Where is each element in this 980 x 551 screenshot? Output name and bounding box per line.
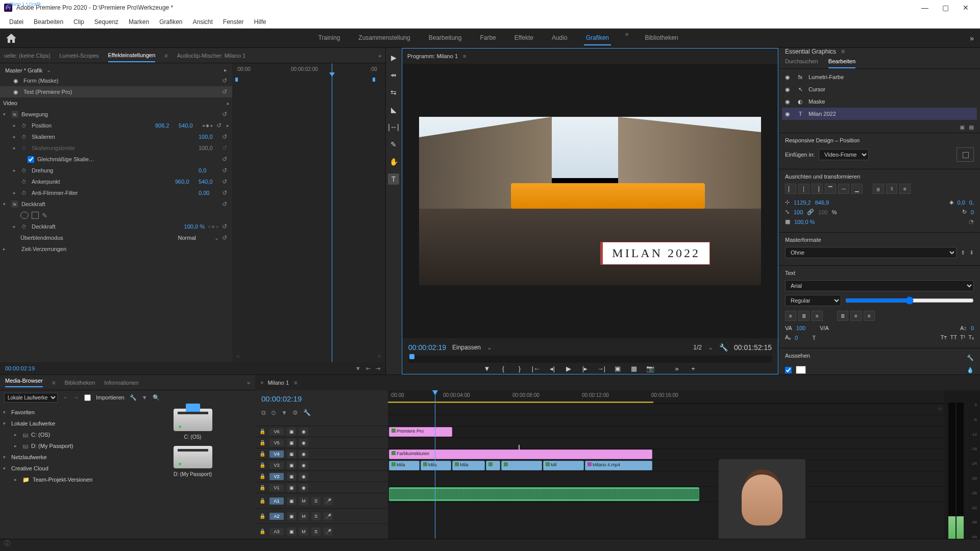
menu-sequence[interactable]: Sequenz — [89, 18, 124, 26]
reset-icon[interactable]: ↺ — [222, 189, 227, 196]
slip-tool-icon[interactable]: |↔| — [388, 121, 399, 133]
tab-effect-controls[interactable]: Effekteinstellungen — [108, 49, 156, 62]
track-v5[interactable]: V5 — [270, 439, 284, 446]
reset-icon[interactable]: ↺ — [222, 133, 227, 140]
zoom-fit[interactable]: Einpassen — [452, 344, 481, 351]
lock-icon[interactable]: 🔒 — [259, 451, 266, 457]
program-scrubber[interactable] — [408, 356, 772, 363]
master-style-select[interactable]: Ohne — [785, 247, 957, 258]
clip-video[interactable] — [486, 461, 500, 470]
pen-tool-icon[interactable]: ✎ — [388, 139, 399, 150]
toggle-sync-icon[interactable]: ◉ — [299, 439, 308, 447]
menu-markers[interactable]: Marken — [124, 18, 154, 26]
wrench-icon[interactable]: 🔧 — [967, 355, 974, 361]
effect-text[interactable]: Text (Premiere Pro) — [23, 89, 219, 95]
effect-form-mask[interactable]: Form (Maske) — [23, 78, 219, 84]
selection-tool-icon[interactable]: ▶ — [388, 52, 399, 63]
text-align-left-icon[interactable]: ≡ — [785, 311, 796, 321]
effect-timeline[interactable]: :00:00 00:00:02:00 :00 ○ ○ — [232, 63, 385, 362]
clip-farbkorrekturen[interactable]: Farbkorrekturen — [389, 449, 652, 459]
anchor-y[interactable]: 540,0 — [199, 179, 219, 185]
font-weight-select[interactable]: Regular — [785, 295, 841, 306]
visibility-icon[interactable]: ◉ — [785, 74, 792, 81]
settings-icon[interactable]: ⚙ — [292, 409, 298, 416]
tab-libraries[interactable]: Bibliotheken — [64, 380, 95, 386]
workspace-color[interactable]: Farbe — [478, 31, 498, 45]
toggle-output-icon[interactable]: ▣ — [287, 472, 296, 481]
lock-icon[interactable]: 🔒 — [259, 485, 266, 490]
antiflicker-value[interactable]: 0,00 — [199, 190, 219, 196]
mark-in-icon[interactable]: ▼ — [482, 365, 492, 372]
lock-icon[interactable]: 🔒 — [259, 473, 266, 479]
distribute-spacing-icon[interactable]: ≡ — [899, 184, 911, 194]
position-x[interactable]: 806,2 — [155, 122, 176, 129]
razor-tool-icon[interactable]: ◣ — [388, 104, 399, 115]
reset-icon[interactable]: ↺ — [222, 88, 227, 95]
chevron-down-icon[interactable]: ⌄ — [46, 67, 51, 73]
close-tab-icon[interactable]: × — [260, 380, 263, 386]
visibility-icon[interactable]: ◉ — [785, 98, 792, 105]
workspace-libraries[interactable]: Bibliotheken — [643, 31, 680, 45]
transform-x[interactable]: 1129,2 — [794, 199, 811, 206]
new-layer-icon[interactable]: ▣ — [960, 124, 965, 131]
workspace-overflow-icon[interactable]: » — [970, 34, 974, 42]
voice-over-icon[interactable]: 🎤 — [324, 512, 333, 520]
toggle-output-icon[interactable]: ▣ — [287, 439, 296, 447]
clip-video[interactable]: Milano 4.mp4 — [585, 461, 652, 470]
filter-icon[interactable]: ▼ — [142, 394, 148, 400]
workspace-training[interactable]: Training — [316, 31, 342, 45]
program-timecode[interactable]: 00:00:02:19 — [408, 343, 446, 352]
close-button[interactable]: ✕ — [955, 0, 976, 15]
wrench-icon[interactable]: 🔧 — [303, 409, 311, 416]
toggle-sync-icon[interactable]: ◉ — [299, 450, 308, 458]
reset-icon[interactable]: ↺ — [222, 167, 227, 174]
playhead[interactable] — [332, 63, 332, 362]
import-checkbox[interactable] — [84, 394, 91, 401]
hand-tool-icon[interactable]: ✋ — [388, 156, 399, 167]
workspace-effects[interactable]: Effekte — [512, 31, 535, 45]
clip-label[interactable]: Milano 1 * Grafik — [5, 63, 43, 362]
layer-name[interactable]: Milan 2022 — [808, 111, 836, 117]
layer-name[interactable]: Lumetri-Farbe — [808, 74, 844, 80]
keyframe-nav[interactable]: ◂ ◆ ▸ — [208, 224, 219, 229]
minimize-button[interactable]: — — [915, 0, 935, 15]
font-size-slider[interactable] — [845, 294, 974, 307]
panel-menu-icon[interactable]: ≡ — [294, 380, 297, 386]
reset-icon[interactable]: ↺ — [222, 234, 227, 241]
visibility-icon[interactable]: ◉ — [785, 111, 792, 117]
reset-icon[interactable]: ↺ — [222, 178, 227, 185]
chevron-down-icon[interactable]: ⌄ — [708, 344, 713, 351]
fill-checkbox[interactable] — [785, 367, 792, 373]
voice-over-icon[interactable]: 🎤 — [324, 528, 333, 536]
settings-icon[interactable]: 🔧 — [719, 343, 728, 352]
leading-value[interactable]: 0 — [971, 325, 974, 331]
reset-icon[interactable]: ↺ — [222, 111, 227, 118]
text-justify-last-left-icon[interactable]: ≡ — [850, 311, 862, 321]
opacity-value[interactable]: 100,0 % — [184, 223, 205, 230]
mark-out-bracket-icon[interactable]: } — [515, 365, 524, 372]
filter-icon[interactable]: ▼ — [355, 365, 361, 372]
workspace-assembly[interactable]: Zusammenstellung — [356, 31, 412, 45]
toggle-output-icon[interactable]: ▣ — [287, 512, 296, 520]
tab-lumetri-scopes[interactable]: Lumetri-Scopes — [59, 49, 99, 62]
panel-menu-icon[interactable]: ≡ — [841, 48, 845, 55]
pin-select[interactable]: Video-Frame — [819, 149, 869, 160]
text-align-center-icon[interactable]: ≣ — [798, 311, 810, 321]
toggle-output-icon[interactable]: ▣ — [287, 461, 296, 469]
toggle-sync-icon[interactable]: ◉ — [299, 428, 308, 436]
add-button-icon[interactable]: + — [689, 365, 698, 372]
fill-color-swatch[interactable] — [796, 366, 806, 374]
align-middle-v-icon[interactable]: ─ — [838, 184, 849, 194]
align-center-h-icon[interactable]: │ — [798, 184, 810, 194]
keyframe-icon[interactable]: ▸ — [227, 123, 229, 128]
voice-over-icon[interactable]: 🎤 — [324, 497, 333, 505]
scroll-handle-left-icon[interactable]: ○ — [236, 353, 240, 359]
layer-name[interactable]: Maske — [808, 98, 825, 105]
font-select[interactable]: Arial — [785, 280, 974, 291]
ripple-tool-icon[interactable]: ⇆ — [388, 87, 399, 98]
align-bottom-icon[interactable]: ▁ — [851, 184, 863, 194]
type-tool-icon[interactable]: T — [388, 173, 399, 185]
step-forward-icon[interactable]: |▸ — [580, 365, 590, 372]
wrench-icon[interactable]: 🔧 — [130, 394, 137, 401]
lock-icon[interactable]: 🔒 — [259, 440, 266, 445]
